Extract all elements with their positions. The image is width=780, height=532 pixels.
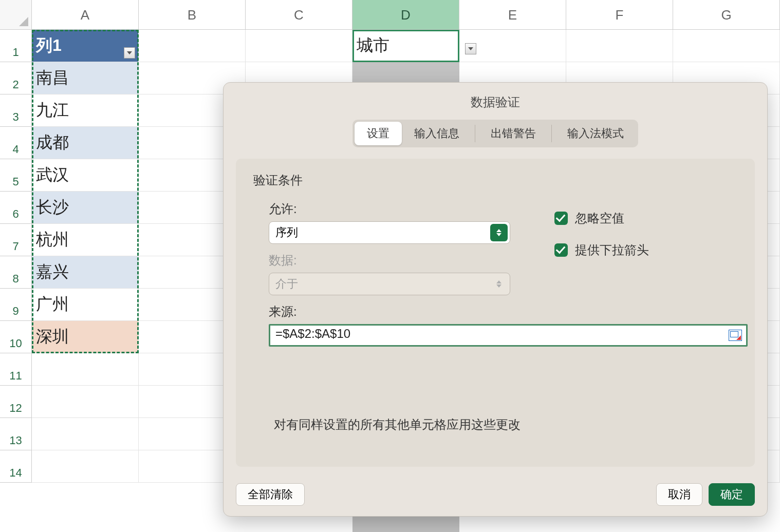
clear-all-button[interactable]: 全部清除 <box>236 483 305 506</box>
cell-a3[interactable]: 九江 <box>32 94 139 127</box>
data-value: 介于 <box>275 276 298 292</box>
cell-a9[interactable]: 广州 <box>32 289 139 321</box>
row-header-13[interactable]: 13 <box>0 418 32 450</box>
source-input[interactable]: =$A$2:$A$10 <box>269 324 748 347</box>
row-header-10[interactable]: 10 <box>0 321 32 353</box>
cell-f1[interactable] <box>566 30 673 62</box>
in-cell-dropdown-checkbox[interactable]: 提供下拉箭头 <box>554 242 649 258</box>
cell-e1[interactable] <box>459 30 566 62</box>
apply-to-all-checkbox[interactable]: 对有同样设置的所有其他单元格应用这些更改 <box>267 416 521 433</box>
updown-icon <box>490 224 508 241</box>
row-header-6[interactable]: 6 <box>0 192 32 224</box>
cell-a14[interactable] <box>32 450 139 483</box>
ignore-blank-checkbox[interactable]: 忽略空值 <box>554 210 649 226</box>
cell-d1-text: 城市 <box>357 36 389 54</box>
validation-criteria-title: 验证条件 <box>253 172 737 188</box>
row-header-14[interactable]: 14 <box>0 450 32 483</box>
checkbox-checked-icon <box>554 243 568 257</box>
source-value: =$A$2:$A$10 <box>275 327 350 340</box>
cell-c1[interactable] <box>246 30 352 62</box>
cell-b1[interactable] <box>139 30 246 62</box>
row-header-1[interactable]: 1 <box>0 30 32 62</box>
tab-ime-mode[interactable]: 输入法模式 <box>555 122 636 145</box>
tab-separator <box>475 125 475 142</box>
in-cell-dropdown-label: 提供下拉箭头 <box>575 242 649 258</box>
row-header-4[interactable]: 4 <box>0 127 32 159</box>
data-validation-dialog: 数据验证 设置 输入信息 出错警告 输入法模式 验证条件 允许: 序列 数据: … <box>223 82 768 517</box>
column-header-c[interactable]: C <box>246 0 352 30</box>
allow-value: 序列 <box>275 225 298 240</box>
allow-label: 允许: <box>269 201 737 217</box>
ok-button[interactable]: 确定 <box>709 483 755 506</box>
column-header-e[interactable]: E <box>459 0 566 30</box>
d-column-shade-bottom <box>352 517 459 532</box>
filter-icon[interactable] <box>124 47 135 59</box>
column-header-d[interactable]: D <box>352 0 459 30</box>
data-label: 数据: <box>269 252 737 269</box>
cell-g1[interactable] <box>673 30 780 62</box>
cell-a10[interactable]: 深圳 <box>32 321 139 353</box>
updown-icon <box>490 275 508 293</box>
cancel-button[interactable]: 取消 <box>656 483 702 506</box>
column-header-row: A B C D E F G <box>0 0 780 30</box>
settings-panel: 验证条件 允许: 序列 数据: 介于 来源: =$A$2:$A$10 忽略空值 <box>236 159 755 467</box>
ignore-blank-label: 忽略空值 <box>575 210 624 226</box>
tab-error-alert[interactable]: 出错警告 <box>478 122 548 145</box>
row-header-12[interactable]: 12 <box>0 386 32 418</box>
tab-separator <box>551 125 552 142</box>
row-header-5[interactable]: 5 <box>0 159 32 192</box>
range-picker-icon[interactable] <box>729 330 742 341</box>
column-header-g[interactable]: G <box>673 0 780 30</box>
dialog-title: 数据验证 <box>224 83 767 120</box>
row-header-9[interactable]: 9 <box>0 289 32 321</box>
cell-a7[interactable]: 杭州 <box>32 224 139 256</box>
dialog-button-row: 全部清除 取消 确定 <box>236 483 755 506</box>
row-header-8[interactable]: 8 <box>0 256 32 289</box>
cell-a1[interactable]: 列1 <box>32 30 139 62</box>
source-label: 来源: <box>269 303 737 320</box>
row-header-11[interactable]: 11 <box>0 353 32 386</box>
dialog-tabs: 设置 输入信息 出错警告 输入法模式 <box>352 120 638 147</box>
column-header-f[interactable]: F <box>566 0 673 30</box>
cell-a4[interactable]: 成都 <box>32 127 139 159</box>
cell-d1[interactable]: 城市 <box>352 30 459 62</box>
apply-to-all-label: 对有同样设置的所有其他单元格应用这些更改 <box>274 416 521 433</box>
cell-a8[interactable]: 嘉兴 <box>32 256 139 289</box>
tab-input-message[interactable]: 输入信息 <box>402 122 472 145</box>
allow-select[interactable]: 序列 <box>269 221 510 244</box>
row-header-7[interactable]: 7 <box>0 224 32 256</box>
row-header-3[interactable]: 3 <box>0 94 32 127</box>
cell-a2[interactable]: 南昌 <box>32 62 139 94</box>
cell-a11[interactable] <box>32 353 139 386</box>
select-all-corner[interactable] <box>0 0 32 30</box>
cell-a6[interactable]: 长沙 <box>32 192 139 224</box>
cell-a13[interactable] <box>32 418 139 450</box>
cell-a1-text: 列1 <box>36 36 62 54</box>
column-header-a[interactable]: A <box>32 0 139 30</box>
tab-settings[interactable]: 设置 <box>355 122 402 145</box>
column-header-b[interactable]: B <box>139 0 246 30</box>
data-select: 介于 <box>269 273 510 295</box>
checkbox-checked-icon <box>554 212 568 225</box>
row-header-2[interactable]: 2 <box>0 62 32 94</box>
cell-a12[interactable] <box>32 386 139 418</box>
cell-a5[interactable]: 武汉 <box>32 159 139 192</box>
